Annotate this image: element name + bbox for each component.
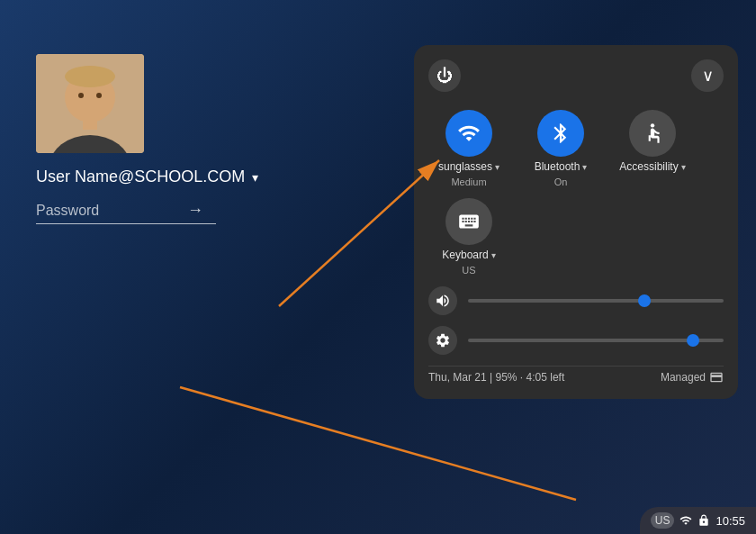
volume-slider[interactable]: [468, 299, 724, 303]
taskbar-lock-icon: [698, 514, 710, 527]
power-button[interactable]: ⏻: [428, 59, 461, 92]
taskbar-time: 10:55: [716, 514, 745, 528]
taskbar-wifi-icon: [680, 514, 692, 527]
settings-icon: [428, 326, 457, 355]
svg-point-4: [78, 93, 84, 98]
toggles-grid: sunglasses ▾ Medium Bluetooth ▾ On: [428, 110, 724, 276]
wifi-toggle[interactable]: sunglasses ▾ Medium: [428, 110, 509, 187]
volume-slider-row: [428, 286, 724, 315]
user-name-row[interactable]: User Name@SCHOOL.COM ▾: [36, 167, 258, 186]
collapse-button[interactable]: ∨: [691, 59, 724, 92]
taskbar-icons: US 10:55: [651, 512, 745, 529]
quick-settings-panel: ⏻ ∨ sunglasses ▾ Medium: [414, 45, 738, 399]
brightness-slider[interactable]: [468, 339, 724, 342]
volume-icon: [428, 286, 457, 315]
date-battery-info: Thu, Mar 21 | 95% · 4:05 left: [428, 371, 564, 384]
svg-rect-6: [83, 119, 97, 130]
wifi-icon: [446, 110, 492, 157]
managed-label: Managed: [661, 370, 724, 385]
password-row: →: [36, 201, 216, 224]
qs-footer: Thu, Mar 21 | 95% · 4:05 left Managed: [428, 366, 724, 385]
keyboard-toggle[interactable]: Keyboard ▾ US: [428, 198, 509, 276]
date-label: Thu, Mar 21: [428, 371, 487, 384]
taskbar: US 10:55: [640, 507, 756, 534]
bluetooth-icon: [537, 110, 584, 157]
bluetooth-sublabel: On: [554, 176, 568, 187]
keyboard-label: Keyboard ▾: [442, 249, 495, 261]
avatar: [36, 54, 144, 153]
accessibility-label: Accessibility ▾: [619, 160, 685, 173]
username-label: User Name@SCHOOL.COM: [36, 167, 245, 186]
chevron-down-icon: ▾: [252, 170, 258, 185]
accessibility-toggle[interactable]: Accessibility ▾: [612, 110, 693, 187]
svg-point-3: [65, 66, 115, 87]
login-area: User Name@SCHOOL.COM ▾ →: [36, 54, 258, 224]
keyboard-sublabel: US: [462, 265, 475, 276]
submit-button[interactable]: →: [187, 201, 203, 220]
wifi-label: sunglasses ▾: [438, 160, 500, 173]
battery-label: 95% · 4:05 left: [496, 371, 565, 384]
keyboard-icon: [446, 198, 492, 245]
svg-point-5: [96, 93, 102, 98]
password-input[interactable]: [36, 203, 180, 219]
qs-header: ⏻ ∨: [428, 59, 724, 99]
accessibility-icon: [629, 110, 676, 157]
taskbar-locale: US: [651, 512, 675, 529]
bluetooth-label: Bluetooth ▾: [535, 160, 588, 173]
wifi-sublabel: Medium: [451, 176, 486, 187]
svg-point-7: [651, 123, 654, 127]
bluetooth-toggle[interactable]: Bluetooth ▾ On: [520, 110, 601, 187]
brightness-slider-row: [428, 326, 724, 355]
